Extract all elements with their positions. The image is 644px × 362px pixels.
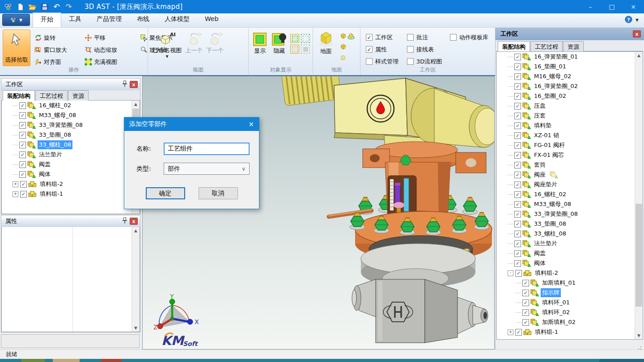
visibility-checkbox[interactable]: ✓	[515, 329, 522, 336]
tree-item[interactable]: ✓加斯填料_02	[497, 317, 643, 327]
panel-tab[interactable]: 资源	[68, 90, 89, 101]
visibility-checkbox[interactable]: ✓	[19, 152, 26, 158]
visibility-checkbox[interactable]: ✓	[20, 191, 27, 198]
tree-item-label[interactable]: 加斯填料_02	[541, 318, 577, 327]
checkbox-icon[interactable]	[407, 58, 414, 65]
checkbox-icon[interactable]	[407, 46, 414, 53]
visibility-checkbox[interactable]: ✓	[514, 240, 521, 247]
tree-item[interactable]: ✓压盘	[497, 101, 643, 111]
visibility-checkbox[interactable]: ✓	[514, 162, 521, 168]
tree-item-label[interactable]: 法兰垫片	[38, 150, 64, 159]
checkbox-icon[interactable]	[366, 58, 373, 65]
visibility-checkbox[interactable]: ✓	[514, 113, 521, 119]
workspace-checkbox[interactable]: 接线表	[407, 46, 450, 54]
next-view-button[interactable]: 下一个	[204, 30, 225, 56]
tree-item-label[interactable]: 填料组-1	[534, 328, 559, 337]
visibility-checkbox[interactable]: ✓	[19, 102, 26, 109]
tree-item[interactable]: ✓填料环_01	[497, 298, 643, 307]
tree-item[interactable]: ✓16_螺柱_02	[2, 101, 140, 110]
ground-cube-small-icon[interactable]	[340, 33, 347, 41]
named-views-button[interactable]: AB 已命名视图 ▼	[151, 30, 183, 60]
expander-icon[interactable]: +	[13, 191, 18, 197]
visibility-checkbox[interactable]: ✓	[514, 142, 521, 149]
workspace-checkbox[interactable]: 3D流程图	[407, 58, 450, 66]
workspace-checkbox[interactable]: 动作模板库	[450, 34, 488, 42]
visibility-checkbox[interactable]: ✓	[19, 122, 26, 129]
visibility-checkbox[interactable]: ✓	[514, 221, 521, 227]
tree-item[interactable]: ✓套筒	[497, 160, 643, 170]
ground-cube-faded-icon[interactable]	[340, 55, 346, 62]
workspace-checkbox[interactable]: 批注	[407, 34, 450, 42]
app-menu-button[interactable]: ▼	[2, 14, 30, 26]
visibility-checkbox[interactable]: ✓	[19, 132, 26, 139]
visibility-checkbox[interactable]: ✓	[19, 112, 26, 119]
new-document-icon[interactable]	[14, 1, 26, 12]
tree-item-label[interactable]: 套筒	[533, 160, 547, 169]
checkbox-icon[interactable]	[407, 34, 414, 41]
ribbon-op-button[interactable]: 对齐面	[34, 58, 85, 66]
tree-item-label[interactable]: 填料环_01	[541, 298, 571, 307]
tree-item-label[interactable]: 16_垫圈_02	[533, 92, 568, 101]
help-icon[interactable]: ?	[625, 16, 632, 25]
tree-item-label[interactable]: 填料组-1	[38, 189, 64, 198]
ground-button[interactable]: 地面	[316, 29, 336, 63]
expander-icon[interactable]: +	[508, 329, 513, 335]
show-button[interactable]: 显示	[250, 30, 270, 56]
ribbon-op-button[interactable]: 动态缩放	[85, 46, 140, 54]
visibility-checkbox[interactable]: ✓	[514, 103, 521, 109]
tree-item[interactable]: ✓33_垫圈_08	[2, 130, 140, 140]
scroll-down-icon[interactable]: ▼	[635, 332, 643, 339]
tree-item-label[interactable]: 填料垫	[533, 121, 553, 130]
tree-item-label[interactable]: 压套	[533, 111, 547, 120]
close-icon[interactable]: x	[633, 30, 641, 38]
tree-item-label[interactable]: 16_弹簧垫圈_02	[533, 82, 579, 91]
visibility-checkbox[interactable]: ✓	[522, 309, 529, 316]
visibility-checkbox[interactable]: ✓	[514, 191, 521, 198]
close-button[interactable]: ×	[623, 0, 644, 13]
tree-item-label[interactable]: M33_螺母_08	[533, 200, 572, 209]
tree-item[interactable]: +✓填料组-1	[2, 189, 140, 199]
tree-item[interactable]: ✓M16_螺母_02	[497, 72, 643, 81]
visibility-checkbox[interactable]: ✓	[515, 270, 522, 277]
cancel-button[interactable]: 取消	[199, 187, 238, 199]
tree-item-label[interactable]: 16_弹簧垫圈_01	[533, 52, 579, 61]
tree-item[interactable]: ✓填料垫	[497, 121, 643, 130]
tree-item-label[interactable]: 阀座垫片	[533, 180, 559, 189]
scrollbar-vertical[interactable]: ▲ ▼	[131, 227, 140, 332]
undo-icon[interactable]: ↶	[51, 1, 63, 12]
tree-item-label[interactable]: 填料组-2	[38, 180, 64, 189]
pin-icon[interactable]	[122, 217, 127, 225]
tree-item[interactable]: ✓33_弹簧垫圈_08	[497, 209, 643, 219]
tree-item-label[interactable]: FX-01 阀芯	[533, 151, 565, 160]
ribbon-tab[interactable]: Web	[197, 13, 226, 27]
ribbon-op-button[interactable]: 窗口放大	[34, 46, 85, 54]
tree-item-label[interactable]: 阀体	[533, 259, 547, 268]
tree-item-label[interactable]: 33_垫圈_08	[533, 219, 568, 228]
previous-view-button[interactable]: 上一个	[183, 30, 204, 56]
ground-ring-icon[interactable]	[347, 33, 355, 41]
hide-button[interactable]: 隐藏	[270, 30, 289, 56]
visibility-checkbox[interactable]: ✓	[19, 161, 26, 168]
tree-item[interactable]: ✓M33_螺母_08	[497, 199, 643, 209]
tree-item-label[interactable]: 16_螺柱_02	[38, 101, 72, 110]
tree-item[interactable]: ✓16_垫圈_02	[497, 91, 643, 101]
tree-item[interactable]: ✓33_垫圈_08	[497, 219, 643, 229]
name-input[interactable]	[164, 143, 250, 155]
visibility-checkbox[interactable]: ✓	[514, 73, 521, 80]
select-pick-button[interactable]: 选择拾取	[3, 29, 30, 66]
tree-item[interactable]: ✓33_弹簧垫圈_08	[2, 120, 140, 130]
visibility-checkbox[interactable]: ✓	[522, 280, 529, 286]
tree-item[interactable]: ✓指示牌	[497, 288, 643, 298]
tree-item-label[interactable]: 法兰垫片	[533, 239, 559, 248]
chevron-down-icon[interactable]: ▼	[636, 18, 639, 22]
visibility-checkbox[interactable]: ✓	[514, 152, 521, 159]
visibility-checkbox[interactable]: ✓	[19, 171, 26, 178]
tree-item-label[interactable]: M16_螺母_02	[533, 72, 572, 81]
ribbon-tab[interactable]: 布线	[129, 13, 157, 27]
panel-tab[interactable]: 资源	[563, 41, 584, 51]
redo-icon[interactable]: ↷	[63, 1, 75, 12]
tree-item[interactable]: ✓阀体	[497, 258, 643, 268]
tree-item-label[interactable]: FG-01 阀杆	[533, 141, 566, 150]
workspace-checkbox[interactable]: ✓工作区	[366, 34, 407, 42]
visibility-checkbox[interactable]: ✓	[514, 63, 521, 70]
